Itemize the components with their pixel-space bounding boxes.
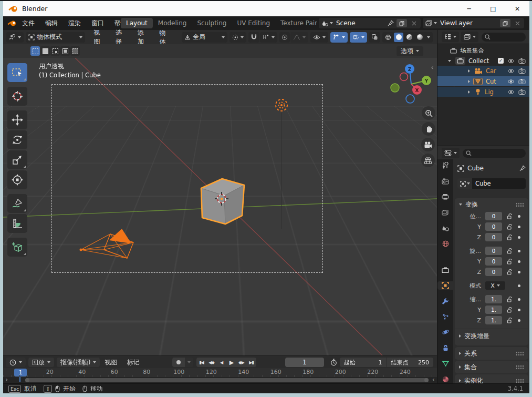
timeline-scrollbar[interactable]: › ‹ xyxy=(3,377,437,383)
lock-icon[interactable] xyxy=(506,223,513,230)
shading-dropdown-icon[interactable] xyxy=(427,36,430,38)
frame-end-field[interactable]: 结束点 250 xyxy=(387,358,434,367)
use-preview-range-toggle[interactable] xyxy=(328,358,339,367)
add-cube-tool[interactable] xyxy=(7,238,27,257)
animate-dot[interactable] xyxy=(518,226,520,228)
move-tool[interactable] xyxy=(7,110,27,129)
select-box-tool[interactable] xyxy=(7,63,27,82)
tab-object-data[interactable] xyxy=(441,360,450,368)
rotation-x-field[interactable]: 0 xyxy=(485,247,502,255)
scale-y-field[interactable]: 1. xyxy=(485,306,502,314)
disclosure-right-icon[interactable] xyxy=(468,90,470,94)
pin-icon[interactable] xyxy=(388,20,394,26)
panel-grip-icon[interactable] xyxy=(516,379,524,383)
hide-eye-icon[interactable] xyxy=(507,58,515,64)
tab-physics[interactable] xyxy=(441,328,450,337)
outliner-display-mode-button[interactable] xyxy=(461,32,478,42)
scene-collection-row[interactable]: 场景集合 xyxy=(437,46,529,56)
menu-edit[interactable]: 编辑 xyxy=(40,19,63,28)
keying-menu[interactable]: 抠像(插帧) xyxy=(57,358,100,367)
object-name-field[interactable]: Cube xyxy=(472,178,526,189)
timeline-marker-menu[interactable]: 标记 xyxy=(122,358,144,367)
select-extend-button[interactable] xyxy=(40,46,50,56)
scrollbar-handle[interactable] xyxy=(25,378,429,382)
tab-output[interactable] xyxy=(441,192,450,201)
tab-texture-paint[interactable]: Texture Paint xyxy=(275,18,317,28)
scale-x-field[interactable]: 1. xyxy=(485,295,502,303)
collections-panel[interactable]: 集合 xyxy=(455,361,528,373)
close-button[interactable]: ✕ xyxy=(505,1,529,16)
relations-panel[interactable]: 关系 xyxy=(455,347,528,360)
navigation-gizmo[interactable]: Z Y X xyxy=(388,62,436,106)
scene-unlink-icon[interactable] xyxy=(409,19,419,27)
next-keyframe-button[interactable]: ◆▶ xyxy=(236,358,246,367)
animate-dot[interactable] xyxy=(518,309,520,311)
tab-modifiers[interactable] xyxy=(441,297,450,306)
menu-object[interactable]: 物体 xyxy=(155,28,177,46)
panel-grip-icon[interactable] xyxy=(516,365,524,370)
cursor-tool[interactable] xyxy=(7,87,27,106)
lock-icon[interactable] xyxy=(506,307,513,313)
location-z-field[interactable]: 0 xyxy=(485,233,502,241)
animate-dot[interactable] xyxy=(518,319,520,322)
timeline-view-menu[interactable]: 视图 xyxy=(100,358,122,367)
playback-menu[interactable]: 回放 xyxy=(28,358,54,367)
scale-z-field[interactable]: 1. xyxy=(485,316,502,324)
animate-dot[interactable] xyxy=(518,260,520,263)
proportional-editing-toggle[interactable] xyxy=(279,32,290,43)
viewlayer-browse-button[interactable] xyxy=(425,20,437,26)
tab-object[interactable] xyxy=(437,281,453,290)
timeline-editor-type-button[interactable] xyxy=(6,358,26,367)
tab-sculpting[interactable]: Sculpting xyxy=(192,18,232,28)
snap-toggle[interactable] xyxy=(248,32,259,43)
menu-add[interactable]: 添加 xyxy=(133,28,155,46)
location-x-field[interactable]: 0 xyxy=(485,212,502,220)
render-visibility-icon[interactable] xyxy=(518,89,526,95)
tab-material[interactable] xyxy=(441,375,450,383)
scroll-corner-arrow[interactable]: › xyxy=(5,375,8,383)
lock-icon[interactable] xyxy=(506,258,513,265)
auto-keying-dropdown[interactable] xyxy=(185,358,193,367)
orientation-dropdown[interactable]: 全局 xyxy=(182,32,227,43)
lock-icon[interactable] xyxy=(506,269,513,276)
menu-select[interactable]: 选择 xyxy=(111,28,133,46)
rotation-z-field[interactable]: 0 xyxy=(485,268,502,276)
select-invert-button[interactable] xyxy=(60,46,70,56)
transform-tool[interactable] xyxy=(7,170,27,189)
animate-dot[interactable] xyxy=(518,236,520,239)
lock-icon[interactable] xyxy=(506,296,513,303)
jump-start-button[interactable]: ▮◀ xyxy=(196,358,206,367)
animate-dot[interactable] xyxy=(518,271,520,273)
jump-end-button[interactable]: ▶▮ xyxy=(246,358,256,367)
ortho-toggle-button[interactable] xyxy=(421,154,435,167)
viewport-3d[interactable]: 用户透视 (1) Collection | Cube ‹ xyxy=(3,58,437,355)
outliner-editor-type-button[interactable] xyxy=(442,32,459,42)
shading-material-button[interactable] xyxy=(404,33,414,42)
mode-dropdown[interactable]: 物体模式 xyxy=(26,32,85,43)
rotation-y-field[interactable]: 0 xyxy=(485,257,502,266)
timeline-collapse-arrow[interactable]: ‹ xyxy=(432,375,435,383)
frame-start-field[interactable]: 起始 1 xyxy=(340,358,387,367)
viewlayer-duplicate-button[interactable] xyxy=(500,19,510,27)
viewlayer-unlink-icon[interactable] xyxy=(512,19,523,27)
proportional-falloff-dropdown[interactable] xyxy=(290,32,308,43)
animate-dot[interactable] xyxy=(518,250,520,252)
pin-icon[interactable] xyxy=(519,165,526,171)
measure-tool[interactable] xyxy=(7,214,27,233)
menu-window[interactable]: 窗口 xyxy=(86,19,109,28)
hide-eye-icon[interactable] xyxy=(507,79,515,84)
panel-grip-icon[interactable] xyxy=(516,351,524,356)
tab-collection[interactable] xyxy=(441,266,450,274)
light-object[interactable] xyxy=(274,97,289,113)
scene-name[interactable]: Scene xyxy=(336,19,388,27)
camera-object-row[interactable]: Car xyxy=(437,66,529,76)
snap-target-dropdown[interactable] xyxy=(260,32,277,43)
lock-icon[interactable] xyxy=(506,213,513,220)
shading-wireframe-button[interactable] xyxy=(383,33,393,42)
location-y-field[interactable]: 0 xyxy=(485,222,502,231)
gizmos-toggle[interactable] xyxy=(330,32,348,43)
visibility-dropdown[interactable] xyxy=(310,32,328,43)
camera-view-button[interactable] xyxy=(421,138,435,151)
options-dropdown[interactable]: 选项 xyxy=(397,46,423,56)
disclosure-right-icon[interactable] xyxy=(468,69,470,73)
